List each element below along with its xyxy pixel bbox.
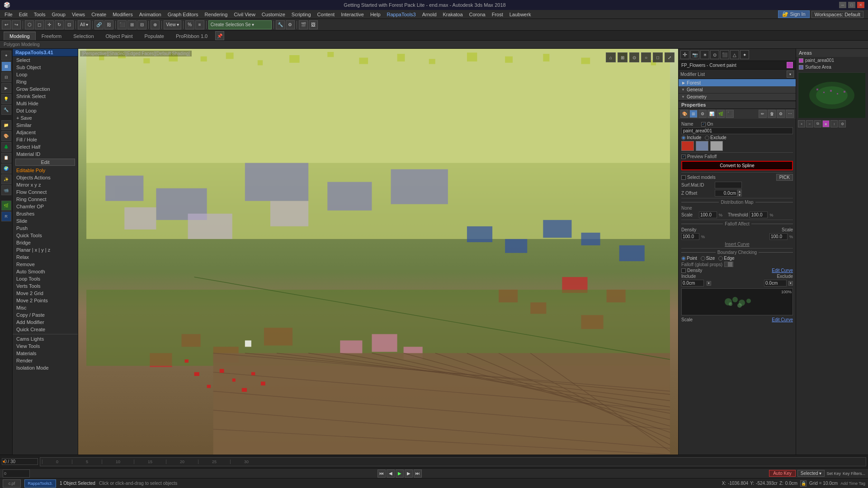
- menu-scripting[interactable]: Scripting: [289, 11, 314, 18]
- sidebar-item-planar[interactable]: Planar | x | y | z: [13, 246, 78, 253]
- sidebar-item-relax[interactable]: Relax: [13, 253, 78, 261]
- prop-icon-6[interactable]: ⬛: [726, 110, 734, 118]
- areas-item-paint001[interactable]: paint_area001: [796, 57, 868, 64]
- key-filters-button[interactable]: Key Filters...: [843, 471, 865, 476]
- viewport[interactable]: ⌂ ⊞ ⊙ ○ □ ⤢ [Perspective][Shaded][Edged …: [78, 49, 678, 455]
- sidebar-item-ring[interactable]: Ring: [13, 78, 78, 85]
- prev-frame-button[interactable]: ◀: [387, 469, 395, 478]
- workspace-dropdown[interactable]: Workspaces: Default: [811, 11, 863, 18]
- cube-icon[interactable]: ⬛: [720, 50, 729, 59]
- select-object-button[interactable]: ⬡: [25, 20, 34, 29]
- create-selection-dropdown[interactable]: Create Selection Se ▾: [208, 20, 272, 29]
- sidebar-item-camslights[interactable]: Cams Lights: [13, 335, 78, 343]
- snap-settings[interactable]: ⚙: [286, 20, 295, 29]
- color-swatch-gray[interactable]: [710, 141, 723, 151]
- area-move-btn[interactable]: ↕: [830, 120, 838, 127]
- menu-krakatoa[interactable]: Krakatoa: [440, 11, 466, 18]
- menu-edit[interactable]: Edit: [16, 11, 30, 18]
- forest-icon[interactable]: 🌿: [1, 201, 11, 211]
- scale-input[interactable]: [699, 211, 717, 218]
- sidebar-item-multihide[interactable]: Multi Hide: [13, 100, 78, 107]
- sidebar-item-select[interactable]: Select: [13, 56, 78, 64]
- selected-dropdown[interactable]: Selected ▾: [797, 470, 825, 477]
- menu-content[interactable]: Content: [315, 11, 338, 18]
- sidebar-item-copypaste[interactable]: Copy / Paste: [13, 311, 78, 319]
- sidebar-item-push[interactable]: Push: [13, 225, 78, 232]
- go-to-end-button[interactable]: ⏭: [414, 469, 422, 478]
- rappatools-tab[interactable]: RappaTools3.: [24, 479, 56, 488]
- render-effects-icon[interactable]: ✨: [1, 174, 11, 184]
- filter-dropdown[interactable]: All ▾: [78, 20, 90, 29]
- auto-key-button[interactable]: Auto Key: [769, 470, 796, 477]
- sidebar-item-shrinkselect[interactable]: Shrink Select: [13, 93, 78, 100]
- sidebar-item-quicktools[interactable]: Quick Tools: [13, 232, 78, 239]
- modify-icon[interactable]: ⊞: [1, 61, 11, 71]
- signin-button[interactable]: 🔐 Sign In: [778, 10, 809, 18]
- color-swatch-red[interactable]: [681, 141, 694, 151]
- include-input[interactable]: [681, 280, 704, 286]
- layer-button[interactable]: ⊕: [151, 20, 160, 29]
- forest-modifier-item[interactable]: ▶ Forest: [679, 79, 796, 86]
- sidebar-item-brushes[interactable]: Brushes: [13, 210, 78, 217]
- motion-icon[interactable]: ▶: [1, 83, 11, 93]
- maximize-button[interactable]: □: [848, 2, 855, 8]
- menu-group[interactable]: Group: [49, 11, 68, 18]
- asset-browser-icon[interactable]: 📁: [1, 120, 11, 130]
- menu-help[interactable]: Help: [368, 11, 383, 18]
- prop-icon-3[interactable]: ⚙: [698, 110, 707, 118]
- go-to-start-button[interactable]: ⏮: [377, 469, 386, 478]
- move-button[interactable]: ✛: [45, 20, 54, 29]
- insert-curve-button[interactable]: Insert Curve: [725, 242, 749, 247]
- prop-rename-icon[interactable]: ✏: [759, 110, 767, 118]
- sidebar-item-save[interactable]: + Save: [13, 114, 78, 122]
- color-swatch-blue[interactable]: [696, 141, 708, 151]
- sidebar-item-ringconnect[interactable]: Ring Connect: [13, 196, 78, 203]
- lock-icon[interactable]: 🔒: [800, 480, 807, 487]
- menu-frost[interactable]: Frost: [489, 11, 506, 18]
- sidebar-item-dotloop[interactable]: Dot Loop: [13, 107, 78, 114]
- close-button[interactable]: ✕: [857, 2, 864, 8]
- select-region-button[interactable]: ◻: [35, 20, 44, 29]
- size-radio[interactable]: Size: [701, 256, 715, 261]
- menu-create[interactable]: Create: [89, 11, 109, 18]
- threshold-input[interactable]: [750, 211, 768, 218]
- exclude-radio[interactable]: Exclude: [705, 135, 726, 140]
- name-input[interactable]: [681, 127, 793, 134]
- add-time-tag-button[interactable]: Add Time Tag: [840, 481, 865, 486]
- viewport-nav-rect[interactable]: □: [653, 52, 663, 62]
- display-icon[interactable]: 💡: [1, 94, 11, 104]
- prop-icon-5[interactable]: 🌿: [717, 110, 725, 118]
- sun-icon[interactable]: ☀: [700, 50, 709, 59]
- density-input[interactable]: [681, 233, 699, 240]
- sidebar-item-growselection[interactable]: Grow Selection: [13, 85, 78, 93]
- sidebar-item-bridge[interactable]: Bridge: [13, 239, 78, 246]
- frame-input-area[interactable]: 0: [3, 469, 30, 478]
- sidebar-item-fillhole[interactable]: Fill / Hole: [13, 136, 78, 143]
- array-button[interactable]: ⊟: [137, 20, 146, 29]
- sidebar-item-mirror[interactable]: Mirror x y z: [13, 181, 78, 188]
- general-section-header[interactable]: General: [679, 86, 796, 94]
- scale-input2[interactable]: [769, 233, 788, 240]
- falloff-global-toggle[interactable]: [724, 262, 733, 267]
- video-post-icon[interactable]: 📹: [1, 185, 11, 195]
- menu-rendering[interactable]: Rendering: [202, 11, 231, 18]
- menu-rappatools[interactable]: RappaTools3: [384, 11, 419, 18]
- sidebar-item-misc[interactable]: Misc: [13, 304, 78, 311]
- sidebar-item-similar[interactable]: Similar: [13, 122, 78, 129]
- scale-button[interactable]: ⊡: [65, 20, 74, 29]
- tab-selection[interactable]: Selection: [67, 32, 99, 40]
- surfmatid-input[interactable]: [715, 182, 742, 188]
- prop-more-icon[interactable]: ⋯: [786, 110, 794, 118]
- prop-icon-2[interactable]: ⊞: [689, 110, 698, 118]
- next-frame-button[interactable]: ▶: [405, 469, 413, 478]
- link-button[interactable]: 🔗: [94, 20, 104, 29]
- layer-manager-icon[interactable]: 📋: [1, 153, 11, 163]
- sidebar-item-materialid[interactable]: Material ID: [13, 150, 78, 158]
- undo-button[interactable]: ↩: [2, 20, 11, 29]
- prop-settings-icon[interactable]: ⚙: [777, 110, 785, 118]
- sidebar-item-move2points[interactable]: Move 2 Points: [13, 297, 78, 304]
- exclude-input[interactable]: [764, 280, 787, 286]
- menu-views[interactable]: Views: [69, 11, 88, 18]
- sidebar-item-loop[interactable]: Loop: [13, 71, 78, 78]
- viewport-nav-expand[interactable]: ⤢: [665, 52, 675, 62]
